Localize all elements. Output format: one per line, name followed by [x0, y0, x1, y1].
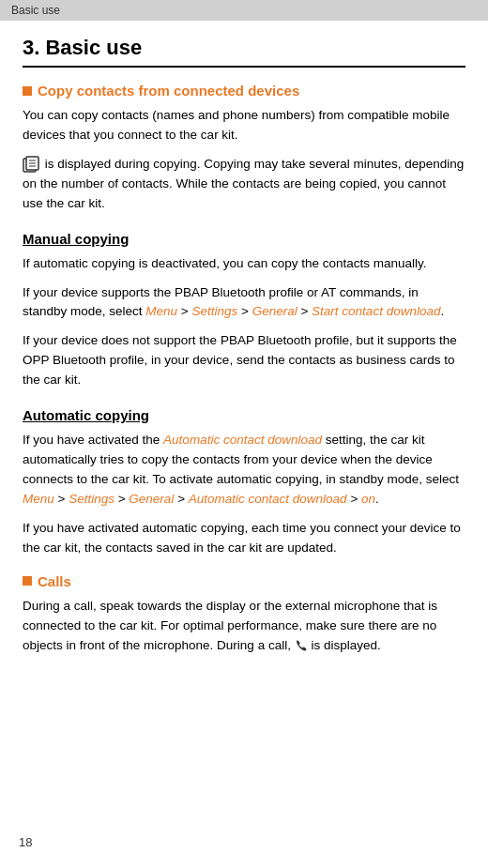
section-heading-calls-text: Calls [38, 573, 71, 589]
subsection-title-manual-copying: Manual copying [23, 231, 465, 247]
section-bullet-icon-calls [23, 576, 32, 586]
header-bar: Basic use [0, 0, 488, 21]
link-settings-1: Settings [192, 304, 238, 318]
phone-call-icon [295, 639, 308, 652]
auto-copy-para-2: If you have activated automatic copying,… [23, 519, 465, 558]
section-bullet-icon [23, 86, 32, 96]
link-on: on [361, 492, 375, 506]
main-content: 3. Basic use Copy contacts from connecte… [0, 21, 488, 702]
copy-contacts-para-1: You can copy contacts (names and phone n… [23, 106, 465, 145]
copy-contacts-para-2: is displayed during copying. Copying may… [23, 155, 465, 214]
subsection-title-automatic-copying: Automatic copying [23, 407, 465, 423]
chapter-number: 3. [23, 36, 39, 59]
section-heading-text: Copy contacts from connected devices [38, 83, 299, 99]
link-settings-2: Settings [69, 492, 114, 506]
link-general-2: General [129, 492, 174, 506]
section-heading-copy-contacts: Copy contacts from connected devices [23, 83, 465, 99]
link-automatic-contact-download-2: Automatic contact download [189, 492, 347, 506]
link-automatic-contact-download-1: Automatic contact download [163, 433, 322, 447]
link-start-contact-download: Start contact download [312, 304, 440, 318]
chapter-title: 3. Basic use [23, 36, 465, 68]
section-heading-calls: Calls [23, 573, 465, 589]
header-label: Basic use [11, 4, 60, 17]
copy-icon [23, 156, 39, 173]
link-menu-1: Menu [145, 304, 177, 318]
manual-copy-para-3: If your device does not support the PBAP… [23, 331, 465, 390]
link-menu-2: Menu [23, 492, 54, 506]
auto-copy-para-1: If you have activated the Automatic cont… [23, 431, 465, 510]
link-general-1: General [252, 304, 297, 318]
manual-copy-para-1: If automatic copying is deactivated, you… [23, 254, 465, 274]
calls-para-1: During a call, speak towards the display… [23, 597, 465, 656]
page-number: 18 [19, 835, 32, 849]
manual-copy-para-2: If your device supports the PBAP Bluetoo… [23, 283, 465, 323]
chapter-name: Basic use [45, 36, 142, 59]
